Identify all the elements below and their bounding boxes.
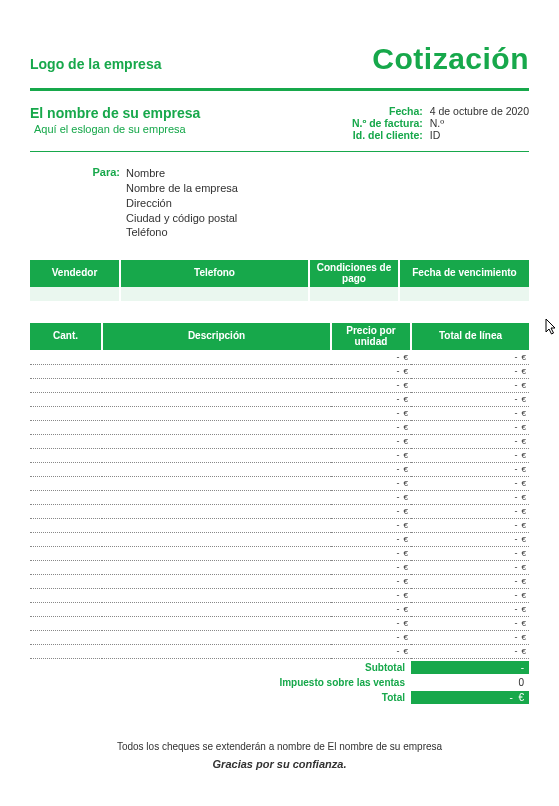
recipient-phone: Teléfono bbox=[126, 225, 238, 240]
tax-label: Impuesto sobre las ventas bbox=[279, 677, 411, 688]
subtotal-label: Subtotal bbox=[365, 662, 411, 673]
recipient-company: Nombre de la empresa bbox=[126, 181, 238, 196]
table-row: -€-€ bbox=[30, 644, 529, 658]
recipient-block: Nombre Nombre de la empresa Dirección Ci… bbox=[126, 166, 238, 240]
table-row: -€-€ bbox=[30, 406, 529, 420]
client-id-label: Id. del cliente: bbox=[331, 129, 423, 141]
table-row: -€-€ bbox=[30, 448, 529, 462]
table-row: -€-€ bbox=[30, 616, 529, 630]
company-name: El nombre de su empresa bbox=[30, 105, 200, 121]
table-row: -€-€ bbox=[30, 392, 529, 406]
client-id-value: ID bbox=[426, 129, 441, 141]
table-row: -€-€ bbox=[30, 504, 529, 518]
totals-block: Subtotal - Impuesto sobre las ventas 0 T… bbox=[30, 660, 529, 705]
table-row: -€-€ bbox=[30, 630, 529, 644]
table-row: -€-€ bbox=[30, 490, 529, 504]
divider-main bbox=[30, 88, 529, 91]
footer-line1: Todos los cheques se extenderán a nombre… bbox=[30, 741, 529, 752]
table-row: -€-€ bbox=[30, 350, 529, 364]
company-logo-text: Logo de la empresa bbox=[30, 56, 161, 72]
info-row bbox=[30, 287, 529, 301]
recipient-name: Nombre bbox=[126, 166, 238, 181]
info-table: Vendedor Telefono Condiciones de pago Fe… bbox=[30, 260, 529, 301]
recipient-label: Para: bbox=[30, 166, 126, 240]
table-row: -€-€ bbox=[30, 546, 529, 560]
subtotal-value: - bbox=[411, 661, 529, 674]
company-slogan: Aquí el eslogan de su empresa bbox=[30, 123, 200, 135]
footer-thanks: Gracias por su confianza. bbox=[30, 758, 529, 770]
divider-sub bbox=[30, 151, 529, 152]
table-row: -€-€ bbox=[30, 462, 529, 476]
recipient-citypostal: Ciudad y código postal bbox=[126, 211, 238, 226]
table-row: -€-€ bbox=[30, 588, 529, 602]
info-header-seller: Vendedor bbox=[30, 260, 120, 287]
table-row: -€-€ bbox=[30, 560, 529, 574]
table-row: -€-€ bbox=[30, 518, 529, 532]
cursor-icon bbox=[545, 318, 557, 336]
table-row: -€-€ bbox=[30, 420, 529, 434]
date-value: 4 de octubre de 2020 bbox=[426, 105, 529, 117]
invoice-value: N.º bbox=[426, 117, 444, 129]
info-header-terms: Condiciones de pago bbox=[309, 260, 399, 287]
items-header-desc: Descripción bbox=[102, 323, 331, 350]
table-row: -€-€ bbox=[30, 532, 529, 546]
recipient-address: Dirección bbox=[126, 196, 238, 211]
tax-value: 0 bbox=[411, 676, 529, 689]
table-row: -€-€ bbox=[30, 434, 529, 448]
items-table: Cant. Descripción Precio por unidad Tota… bbox=[30, 323, 529, 659]
items-header-qty: Cant. bbox=[30, 323, 102, 350]
table-row: -€-€ bbox=[30, 476, 529, 490]
info-header-phone: Telefono bbox=[120, 260, 309, 287]
invoice-label: N.º de factura: bbox=[331, 117, 423, 129]
table-row: -€-€ bbox=[30, 574, 529, 588]
total-value: - € bbox=[411, 691, 529, 704]
table-row: -€-€ bbox=[30, 378, 529, 392]
items-header-line: Total de línea bbox=[411, 323, 529, 350]
info-header-due: Fecha de vencimiento bbox=[399, 260, 529, 287]
date-label: Fecha: bbox=[331, 105, 423, 117]
table-row: -€-€ bbox=[30, 364, 529, 378]
document-title: Cotización bbox=[372, 42, 529, 76]
total-label: Total bbox=[382, 692, 411, 703]
table-row: -€-€ bbox=[30, 602, 529, 616]
items-header-price: Precio por unidad bbox=[331, 323, 411, 350]
